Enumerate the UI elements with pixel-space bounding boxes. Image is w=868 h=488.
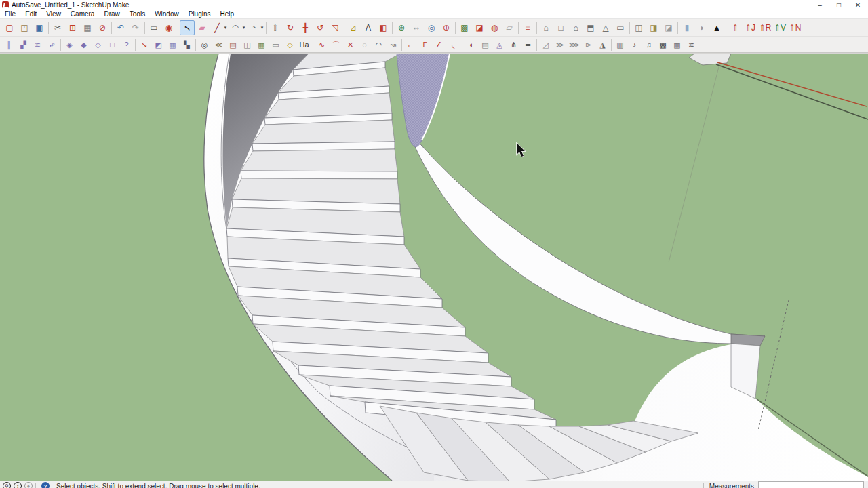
plugin-tool-19-icon[interactable]: ▭ xyxy=(269,38,283,52)
plugin-up-n-icon[interactable]: ⇑N xyxy=(787,20,802,35)
view-left-icon[interactable]: △ xyxy=(598,20,613,35)
plugin-tool-15-icon[interactable]: ≪ xyxy=(212,38,226,52)
move-icon[interactable]: ╋ xyxy=(298,20,313,35)
pan-icon[interactable]: ⇔ xyxy=(409,20,424,35)
plugin-tool-46-icon[interactable]: ▦ xyxy=(670,38,684,52)
plugin-tool-22-icon[interactable]: ∿ xyxy=(315,38,329,52)
menu-item-camera[interactable]: Camera xyxy=(66,10,100,18)
plugin-tool-13-icon[interactable]: ▚ xyxy=(180,38,194,52)
plugin-up-v-icon[interactable]: ⇑V xyxy=(772,20,787,35)
plugin-up-1-icon[interactable]: ⇑ xyxy=(728,20,743,35)
view-top-icon[interactable]: □ xyxy=(553,20,568,35)
zoom-icon[interactable]: ◎ xyxy=(424,20,439,35)
arc-icon[interactable]: ◠ xyxy=(228,20,243,35)
plugin-tool-34-icon[interactable]: ◬ xyxy=(492,38,507,52)
menu-item-help[interactable]: Help xyxy=(216,10,239,18)
plugin-tool-20-icon[interactable]: ◇ xyxy=(283,38,297,52)
view-front-icon[interactable]: ⌂ xyxy=(568,20,583,35)
rotate-icon[interactable]: ↺ xyxy=(313,20,328,35)
help-icon[interactable]: ? xyxy=(41,482,50,488)
paint-bucket-icon[interactable]: ◧ xyxy=(376,20,391,35)
plugin-tool-37-icon[interactable]: ◿ xyxy=(538,38,553,52)
plugin-tool-6-icon[interactable]: ◆ xyxy=(77,38,91,52)
menu-item-tools[interactable]: Tools xyxy=(125,10,150,18)
eraser-icon[interactable]: ▰ xyxy=(195,20,210,35)
plugin-tool-45-icon[interactable]: ▩ xyxy=(656,38,670,52)
plugin-tool-28-icon[interactable]: ⌐ xyxy=(403,38,418,52)
save-icon[interactable]: ▣ xyxy=(32,20,47,35)
minimize-button[interactable]: – xyxy=(815,1,825,9)
section-fill-icon[interactable]: ◨ xyxy=(646,20,661,35)
push-pull-icon[interactable]: ⇧ xyxy=(268,20,283,35)
plugin-tool-40-icon[interactable]: ⊳ xyxy=(581,38,595,52)
plugin-tool-30-icon[interactable]: ∠ xyxy=(432,38,446,52)
plugin-tool-35-icon[interactable]: ⋔ xyxy=(507,38,521,52)
zoom-extents-icon[interactable]: ⊕ xyxy=(439,20,454,35)
plugin-tool-31-icon[interactable]: ◟ xyxy=(446,38,460,52)
plugin-tool-2-icon[interactable]: ▞ xyxy=(16,38,31,52)
plugin-tool-47-icon[interactable]: ≋ xyxy=(684,38,698,52)
plugin-tool-7-icon[interactable]: ◇ xyxy=(91,38,105,52)
plugin-tool-16-icon[interactable]: ▤ xyxy=(226,38,240,52)
measurements-input[interactable] xyxy=(758,481,864,488)
photo-match-icon[interactable]: ◪ xyxy=(472,20,487,35)
print-icon[interactable]: ▭ xyxy=(146,20,161,35)
follow-me-icon[interactable]: ↻ xyxy=(283,20,298,35)
copy-icon[interactable]: ⊞ xyxy=(65,20,80,35)
plugin-tool-43-icon[interactable]: ♪ xyxy=(627,38,642,52)
tape-measure-icon[interactable]: ⊿ xyxy=(346,20,361,35)
paste-icon[interactable]: ▦ xyxy=(80,20,95,35)
plugin-tool-11-icon[interactable]: ◩ xyxy=(151,38,165,52)
menu-item-view[interactable]: View xyxy=(41,10,66,18)
circle-icon[interactable]: ◔ xyxy=(246,20,261,35)
plugin-tool-36-icon[interactable]: ≣ xyxy=(521,38,535,52)
plugin-tool-25-icon[interactable]: ◌ xyxy=(357,38,372,52)
select-icon[interactable]: ↖ xyxy=(180,20,195,35)
redo-icon[interactable]: ↷ xyxy=(128,20,143,35)
menu-item-file[interactable]: File xyxy=(0,10,20,18)
plugin-tool-41-icon[interactable]: ◮ xyxy=(595,38,610,52)
orbit-icon[interactable]: ⊛ xyxy=(394,20,409,35)
view-back-icon[interactable]: ⬒ xyxy=(583,20,598,35)
section-plane-icon[interactable]: ◫ xyxy=(631,20,646,35)
solid-weight-icon[interactable]: ▲ xyxy=(709,20,724,35)
plugin-tool-4-icon[interactable]: ⇙ xyxy=(45,38,59,52)
plugin-tool-14-icon[interactable]: ◎ xyxy=(197,38,212,52)
signin-icon[interactable]: ● xyxy=(24,482,33,488)
plugin-tool-18-icon[interactable]: ▦ xyxy=(254,38,269,52)
plugin-tool-8-icon[interactable]: □ xyxy=(105,38,119,52)
view-right-icon[interactable]: ▭ xyxy=(613,20,628,35)
solid-cylinder-icon[interactable]: ▮ xyxy=(679,20,694,35)
solid-shape-icon[interactable]: ◗ xyxy=(694,20,709,35)
plugin-up-j-icon[interactable]: ⇑J xyxy=(743,20,757,35)
add-location-icon[interactable]: ▩ xyxy=(457,20,472,35)
scale-icon[interactable]: ◹ xyxy=(328,20,342,35)
plugin-tool-5-icon[interactable]: ◈ xyxy=(62,38,77,52)
model-viewport[interactable] xyxy=(0,53,868,481)
menu-item-edit[interactable]: Edit xyxy=(20,10,41,18)
plugin-tool-42-icon[interactable]: ▥ xyxy=(613,38,627,52)
new-icon[interactable]: ▢ xyxy=(2,20,17,35)
plugin-tool-29-icon[interactable]: Γ xyxy=(418,38,432,52)
plugin-tool-44-icon[interactable]: ♫ xyxy=(642,38,656,52)
text-icon[interactable]: A xyxy=(361,20,376,35)
plugin-tool-9-icon[interactable]: ? xyxy=(119,38,134,52)
plugin-tool-12-icon[interactable]: ▦ xyxy=(165,38,180,52)
open-icon[interactable]: ◰ xyxy=(17,20,32,35)
cut-icon[interactable]: ✂ xyxy=(50,20,65,35)
menu-item-draw[interactable]: Draw xyxy=(99,10,124,18)
plugin-tool-26-icon[interactable]: ◠ xyxy=(372,38,386,52)
plugin-tool-21-icon[interactable]: Ha xyxy=(297,38,311,52)
plugin-tool-1-icon[interactable]: ║ xyxy=(2,38,16,52)
plugin-tool-38-icon[interactable]: ≫ xyxy=(553,38,567,52)
plugin-tool-3-icon[interactable]: ≋ xyxy=(31,38,45,52)
plugin-tool-10-icon[interactable]: ↘ xyxy=(137,38,151,52)
credits-icon[interactable]: ↕ xyxy=(14,482,22,488)
plugin-tool-17-icon[interactable]: ◫ xyxy=(240,38,254,52)
maximize-button[interactable]: □ xyxy=(834,1,844,9)
plugin-tool-39-icon[interactable]: ⋙ xyxy=(567,38,581,52)
plugin-up-r-icon[interactable]: ⇑R xyxy=(757,20,772,35)
plugin-tool-23-icon[interactable]: ⌒ xyxy=(329,38,343,52)
close-button[interactable]: ✕ xyxy=(853,1,863,9)
plugin-tool-33-icon[interactable]: ▤ xyxy=(478,38,492,52)
